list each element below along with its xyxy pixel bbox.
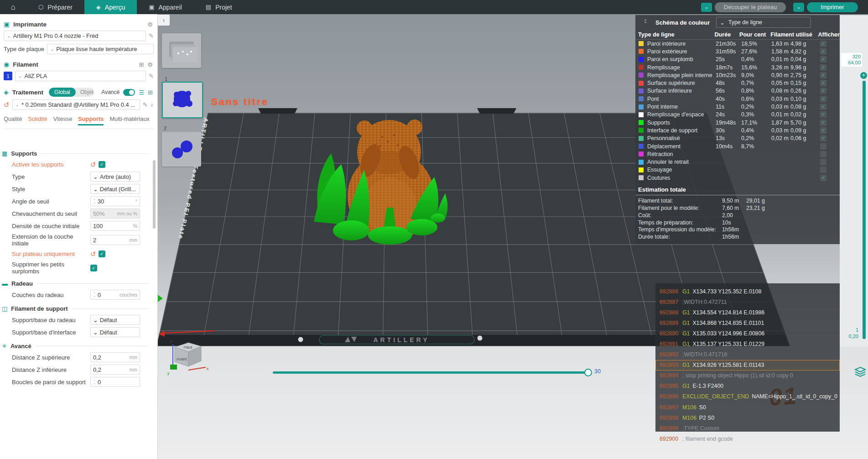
gcode-args: X134.926 Y125.581 E.01143 [692, 362, 764, 368]
gcode-line[interactable]: 692900; filament end gcode [655, 433, 840, 444]
search-icon[interactable]: ⌕ [151, 101, 154, 109]
orientation-gizmo[interactable]: Haut Avant z x y [166, 338, 210, 377]
show-checkbox[interactable]: ✓ [820, 72, 826, 78]
preset-undo-icon[interactable]: ↺ [4, 101, 10, 108]
spinner-field[interactable]: ⌃⌄0 [90, 377, 140, 387]
gcode-line[interactable]: 692887;WIDTH:0.472711 [655, 297, 840, 307]
tab-aperçu[interactable]: ◈Aperçu [84, 0, 137, 14]
settings-tab-qualité[interactable]: Qualité [4, 115, 22, 125]
input-field[interactable]: 100% [90, 221, 140, 231]
gcode-line[interactable]: 692898M106P2 S0 [655, 412, 840, 423]
move-slider-knob[interactable] [584, 369, 592, 376]
show-checkbox[interactable]: ✓ [820, 56, 826, 63]
tab-appareil[interactable]: ▣Appareil [137, 0, 194, 14]
show-checkbox[interactable]: ✓ [820, 143, 826, 150]
edit-preset-icon[interactable]: ✎ [143, 101, 148, 108]
show-checkbox[interactable]: ✓ [820, 135, 826, 141]
process-list-icon[interactable]: ☰ [139, 89, 144, 96]
gcode-line[interactable]: 692890G1X135.033 Y124.996 E.00806 [655, 328, 840, 339]
input-field[interactable]: 0,2mm [90, 352, 140, 362]
settings-tab-solidité[interactable]: Solidité [28, 115, 47, 125]
tab-préparer[interactable]: ⬡Préparer [26, 0, 84, 14]
show-checkbox[interactable]: ✓ [820, 48, 826, 55]
preset-select[interactable]: ⌄ * 0.20mm Standard @Artillery M1 Pro 0.… [12, 99, 140, 110]
scope-global-button[interactable]: Global [49, 88, 76, 97]
plate-thumbnail-1[interactable]: 1 [162, 82, 203, 118]
show-checkbox[interactable]: ✓ [820, 80, 826, 86]
spinner-field[interactable]: ⌃⌄0couches [90, 290, 140, 300]
gcode-line[interactable]: 692886G1X134.733 Y125.352 E.0108 [655, 286, 840, 297]
plate-thumbnail-all[interactable] [162, 33, 201, 68]
show-checkbox[interactable]: ✓ [820, 64, 826, 71]
gcode-viewer[interactable]: 692886G1X134.733 Y125.352 E.0108692887;W… [655, 283, 840, 432]
slice-dropdown-caret-icon[interactable]: ⌄ [701, 3, 712, 12]
print-button[interactable]: Imprimer [807, 2, 858, 12]
print-dropdown-caret-icon[interactable]: ⌄ [793, 3, 804, 12]
gcode-line[interactable]: 692897M106S0 [655, 402, 840, 412]
gcode-line[interactable]: 692894; stop printing object Hippo (1).s… [655, 370, 840, 381]
settings-tab-vitesse[interactable]: Vitesse [53, 115, 73, 125]
move-slider-track[interactable] [273, 371, 588, 374]
show-checkbox[interactable]: ✓ [820, 167, 826, 173]
show-checkbox[interactable]: ✓ [820, 175, 826, 181]
gcode-line[interactable]: 692889G1X134.868 Y124.835 E.01101 [655, 318, 840, 328]
gcode-line[interactable]: 692899;TYPE:Custom [655, 423, 840, 433]
undo-icon[interactable]: ↺ [90, 250, 96, 257]
show-checkbox[interactable]: ✓ [820, 41, 826, 47]
gcode-line[interactable]: 692896EXCLUDE_OBJECT_ENDNAME=Hippo_1_.st… [655, 391, 840, 402]
add-pause-icon[interactable]: + [860, 72, 867, 79]
layers-icon[interactable] [854, 366, 866, 379]
process-grid-icon[interactable]: ⊞ [148, 89, 153, 96]
show-checkbox[interactable]: ✓ [820, 151, 826, 157]
show-checkbox[interactable]: ✓ [820, 159, 826, 165]
collapse-sidebar-icon[interactable]: ‹ [158, 15, 170, 26]
undo-icon[interactable]: ↺ [90, 161, 96, 168]
view-mode-select[interactable]: ⌄ Type de ligne [716, 17, 811, 28]
plate-type-select[interactable]: ⌄ Plaque lisse haute température [47, 44, 154, 54]
spinner-arrows-icon[interactable]: ⌃⌄ [93, 380, 96, 384]
gcode-line[interactable]: 692895G1E-1.3 F2400 [655, 381, 840, 391]
select-field[interactable]: ⌄Défaut [90, 315, 140, 325]
settings-tab-supports[interactable]: Supports [78, 115, 104, 125]
show-checkbox[interactable]: ✓ [820, 111, 826, 118]
input-field[interactable]: 2mm [90, 235, 140, 245]
filament-slot-badge[interactable]: 1 [4, 72, 12, 80]
checkbox[interactable]: ✓ [99, 161, 105, 168]
gcode-line[interactable]: 692893G1X134.926 Y125.581 E.01143 [655, 360, 840, 370]
input-field[interactable]: 0,2mm [90, 365, 140, 375]
checkbox[interactable]: ✓ [99, 250, 105, 257]
gcode-line[interactable]: 692891G1X135.137 Y125.331 E.01229 [655, 339, 840, 349]
spinner-field[interactable]: ⌃⌄30° [90, 196, 140, 206]
plate-title[interactable]: Sans titre [211, 96, 269, 107]
printer-settings-icon[interactable]: ⚙ [147, 21, 153, 28]
edit-filament-icon[interactable]: ✎ [149, 73, 154, 79]
spinner-arrows-icon[interactable]: ⌃⌄ [93, 292, 96, 297]
scope-objects-button[interactable]: Objets [76, 89, 94, 95]
select-field[interactable]: ⌄Défaut [90, 327, 140, 337]
show-checkbox[interactable]: ✓ [820, 96, 826, 102]
select-field[interactable]: ⌄Arbre (auto) [90, 172, 140, 182]
checkbox[interactable]: ✓ [90, 265, 97, 271]
add-filament-icon[interactable]: ⊞ [139, 61, 144, 68]
settings-tab-multi-matériaux[interactable]: Multi-matériaux [109, 115, 149, 125]
select-field[interactable]: ⌄Défaut (Grill... [90, 184, 140, 194]
show-checkbox[interactable]: ✓ [820, 127, 826, 134]
show-checkbox[interactable]: ✓ [820, 88, 826, 94]
gcode-line[interactable]: 692892;WIDTH:0.471716 [655, 349, 840, 360]
show-checkbox[interactable]: ✓ [820, 104, 826, 110]
tab-projet[interactable]: ▤Projet [194, 0, 244, 14]
layer-slider-bar[interactable] [863, 81, 866, 339]
spinner-arrows-icon[interactable]: ⌃⌄ [93, 199, 96, 203]
plate-thumbnail-2[interactable]: 2 [162, 132, 201, 167]
slice-plate-button[interactable]: Découper le plateau [715, 2, 786, 12]
gcode-line[interactable]: 692888G1X134.554 Y124.814 E.01986 [655, 307, 840, 318]
advanced-toggle[interactable] [123, 89, 135, 96]
home-icon[interactable]: ⌂ [0, 0, 26, 14]
edit-printer-icon[interactable]: ✎ [149, 32, 154, 39]
filament-select[interactable]: ⌄ AliZ PLA [15, 71, 146, 81]
printer-select[interactable]: ⌄ Artillery M1 Pro 0.4 nozzle - Fred [4, 31, 146, 41]
sidebar-scrollbar[interactable] [153, 160, 156, 229]
collapse-panel-icon[interactable]: ⌃⌃ [635, 20, 655, 25]
show-checkbox[interactable]: ✓ [820, 120, 826, 126]
filament-settings-icon[interactable]: ⚙ [147, 61, 153, 68]
